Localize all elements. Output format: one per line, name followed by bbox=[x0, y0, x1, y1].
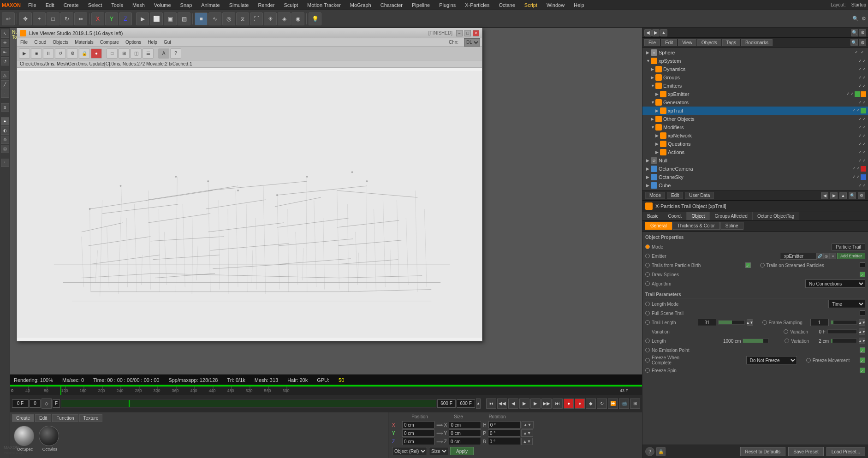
subtab-spline[interactable]: Spline bbox=[720, 222, 743, 230]
props-fwd-btn[interactable]: ▶ bbox=[830, 192, 838, 199]
prop-variation3-slider[interactable] bbox=[831, 339, 857, 343]
mode-up-btn[interactable]: ▲ bbox=[660, 29, 667, 36]
prop-algorithm-select[interactable]: No Connections bbox=[805, 280, 865, 288]
variation-spin[interactable]: ▲▼ bbox=[859, 328, 865, 335]
prop-variation2-radio[interactable] bbox=[784, 329, 788, 334]
hier-modifiers[interactable]: ▼ Modifiers ✓ ✓ bbox=[642, 123, 868, 131]
hier-search-btn[interactable]: 🔍 bbox=[850, 39, 858, 46]
paint-tool[interactable]: S bbox=[1, 103, 9, 112]
render-region[interactable]: ⬜ bbox=[150, 12, 163, 25]
select-tool[interactable]: ↖ bbox=[1, 30, 9, 38]
skip-end-btn[interactable]: ⏭ bbox=[553, 399, 563, 409]
menu-xparticles[interactable]: X-Particles bbox=[463, 1, 491, 9]
prop-no-emission-checkbox[interactable] bbox=[860, 347, 865, 353]
prop-emitter-radio[interactable] bbox=[645, 254, 650, 258]
view-btn2[interactable]: ⊞ bbox=[119, 48, 130, 59]
hier-xpsystem[interactable]: ▼ xpSystem ✓ ✓ bbox=[642, 57, 868, 65]
emitter-pick-btn[interactable]: ◎ bbox=[823, 253, 830, 259]
menu-simulate[interactable]: Simulate bbox=[227, 1, 251, 9]
hier-groups[interactable]: ▶ Groups ✓ ✓ bbox=[642, 73, 868, 82]
menu-snap[interactable]: Snap bbox=[178, 1, 194, 9]
hier-cube[interactable]: ▶ Cube ✓ ✓ bbox=[642, 181, 868, 190]
prev-frame-btn[interactable]: ◀ bbox=[508, 399, 518, 409]
menu-mesh[interactable]: Mesh bbox=[131, 1, 147, 9]
prop-length-mode-select[interactable]: Time bbox=[828, 300, 865, 308]
menu-edit[interactable]: Edit bbox=[44, 1, 56, 9]
z-size-input[interactable] bbox=[449, 438, 481, 445]
menu-volume[interactable]: Volume bbox=[152, 1, 173, 9]
hier-tab-view[interactable]: View bbox=[678, 39, 696, 46]
menu-sculpt[interactable]: Sculpt bbox=[282, 1, 300, 9]
hier-octanecamera[interactable]: ▶ OctaneCamera ✓ ✓ bbox=[642, 165, 868, 173]
prop-freeze-spin-radio[interactable] bbox=[645, 368, 650, 373]
props-help-btn[interactable]: ? bbox=[645, 447, 654, 456]
menu-pipeline[interactable]: Pipeline bbox=[410, 1, 432, 9]
emitter-clear-btn[interactable]: × bbox=[830, 253, 836, 259]
spin-btn[interactable]: ▲ bbox=[476, 399, 481, 409]
cam-btn[interactable]: 📹 bbox=[619, 399, 629, 409]
menu-mograph[interactable]: MoGraph bbox=[348, 1, 373, 9]
menu-window[interactable]: Window bbox=[545, 1, 566, 9]
z-pos-input[interactable] bbox=[402, 438, 434, 445]
rotate-button[interactable]: ↻ bbox=[60, 12, 73, 25]
apply-button[interactable]: Apply bbox=[450, 447, 474, 455]
y-rot-spin[interactable]: ▲▼ bbox=[521, 429, 533, 437]
save-preset-btn[interactable]: Save Preset bbox=[788, 447, 823, 456]
record-btn[interactable]: ● bbox=[91, 48, 102, 59]
mat-tab-edit[interactable]: Edit bbox=[35, 414, 51, 422]
props-up-btn[interactable]: ▲ bbox=[839, 192, 847, 199]
light-icon-btn[interactable]: 💡 bbox=[309, 12, 321, 25]
prop-frame-sampling-slider[interactable] bbox=[831, 320, 857, 325]
deformer-tool[interactable]: ⧖ bbox=[236, 12, 249, 25]
reset-defaults-btn[interactable]: Reset to Defaults bbox=[740, 447, 786, 456]
mat-tab-create[interactable]: Create bbox=[12, 414, 34, 422]
prop-freeze-complete-select[interactable]: Do Not Freeze bbox=[746, 356, 797, 364]
settings-btn[interactable]: ⚙ bbox=[67, 48, 78, 59]
props-tab-coord[interactable]: Coord. bbox=[663, 212, 687, 220]
frame-type[interactable] bbox=[53, 399, 60, 408]
end-frame-input[interactable] bbox=[437, 399, 456, 408]
hier-questions[interactable]: ▶ Questions ✓ ✓ bbox=[642, 140, 868, 148]
menu-create[interactable]: Create bbox=[62, 1, 81, 9]
color-btn[interactable]: A bbox=[158, 48, 169, 59]
hier-sphere[interactable]: ▶ ○ Sphere ✓ ✓ bbox=[642, 48, 868, 57]
render-all[interactable]: ▣ bbox=[164, 12, 177, 25]
prop-trail-length-slider[interactable] bbox=[718, 320, 745, 325]
props-tab-octane[interactable]: Octane ObjectTag bbox=[753, 212, 799, 220]
size-mode-select[interactable]: Size bbox=[429, 447, 448, 455]
hier-tab-tags[interactable]: Tags bbox=[722, 39, 740, 46]
prop-length-slider[interactable] bbox=[743, 339, 769, 343]
prop-trails-birth-checkbox[interactable] bbox=[745, 262, 751, 268]
prop-length-mode-radio[interactable] bbox=[645, 302, 650, 306]
props-settings-btn[interactable]: ⚙ bbox=[858, 192, 865, 199]
dialog-menu-file[interactable]: File bbox=[19, 39, 29, 45]
menu-character[interactable]: Character bbox=[379, 1, 404, 9]
menu-select[interactable]: Select bbox=[86, 1, 104, 9]
hier-actions[interactable]: ▶ Actions ✓ ✓ bbox=[642, 148, 868, 156]
x-rot-spin[interactable]: ▲▼ bbox=[522, 421, 534, 428]
skip-start-btn[interactable]: ⏮ bbox=[486, 399, 496, 409]
play-btn[interactable]: ▶ bbox=[19, 48, 30, 59]
menu-plugins[interactable]: Plugins bbox=[437, 1, 458, 9]
prop-trail-length-radio[interactable] bbox=[645, 320, 650, 325]
hier-other-objects[interactable]: ▶ Other Objects ✓ ✓ bbox=[642, 115, 868, 123]
y-pos-input[interactable] bbox=[402, 429, 434, 437]
key-type-btn[interactable]: ◆ bbox=[586, 399, 596, 409]
menu-octane[interactable]: Octane bbox=[497, 1, 517, 9]
hier-xpemitter[interactable]: ▶ xpEmitter ✓ ✓ bbox=[642, 90, 868, 98]
auto-key-btn[interactable]: ● bbox=[575, 399, 585, 409]
dialog-menu-materials[interactable]: Materials bbox=[73, 39, 95, 45]
prev-key-btn[interactable]: ◀◀ bbox=[497, 399, 507, 409]
move-tool[interactable]: ✥ bbox=[19, 12, 32, 25]
menu-script[interactable]: Script bbox=[523, 1, 539, 9]
dialog-menu-options[interactable]: Options bbox=[124, 39, 143, 45]
search-icon[interactable]: 🔍 bbox=[852, 16, 859, 22]
object-mode-select[interactable]: Object (Rel) bbox=[392, 447, 427, 455]
cube-object[interactable]: ■ bbox=[195, 12, 208, 25]
lock-btn[interactable]: 🔒 bbox=[79, 48, 90, 59]
scene-tool[interactable]: ◉ bbox=[291, 12, 304, 25]
x-size-input[interactable] bbox=[449, 421, 481, 428]
prop-frame-sampling-input[interactable] bbox=[810, 319, 829, 326]
edge-tool[interactable]: ╱ bbox=[1, 80, 9, 89]
key-btn[interactable]: ◇ bbox=[42, 399, 52, 409]
